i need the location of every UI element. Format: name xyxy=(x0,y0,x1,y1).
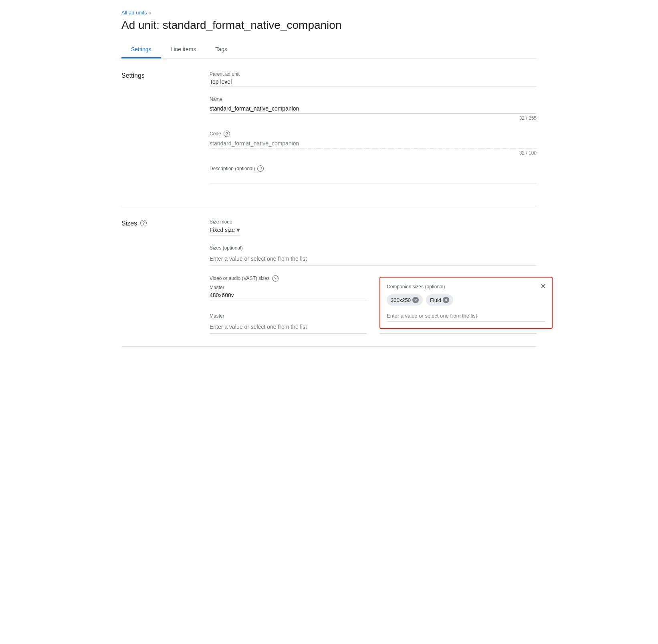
breadcrumb-chevron: › xyxy=(149,10,151,16)
sizes-section-label: Sizes ? xyxy=(121,219,210,334)
sizes-help-icon[interactable]: ? xyxy=(140,220,147,226)
breadcrumb: All ad units › xyxy=(121,10,537,16)
companion-popup-title: Companion sizes (optional) xyxy=(387,284,545,290)
code-label: Code ? xyxy=(210,131,537,137)
code-input[interactable] xyxy=(210,139,537,149)
size-mode-dropdown[interactable]: Fixed size ▾ xyxy=(210,226,240,235)
tab-tags[interactable]: Tags xyxy=(206,41,237,58)
vast-row: Master 480x600v Companion sizes (optiona… xyxy=(210,285,537,300)
vast-help-icon[interactable]: ? xyxy=(272,275,279,282)
chip-300x250: 300x250 ✕ xyxy=(387,294,423,306)
settings-content: Parent ad unit Top level Name 32 / 255 C… xyxy=(210,71,537,193)
popup-close-button[interactable]: ✕ xyxy=(537,281,549,292)
name-group: Name 32 / 255 xyxy=(210,97,537,121)
sizes-input[interactable] xyxy=(210,252,537,266)
sizes-field-label: Sizes (optional) xyxy=(210,245,537,251)
all-ad-units-link[interactable]: All ad units xyxy=(121,10,147,16)
sizes-content: Size mode Fixed size ▾ Sizes (optional) … xyxy=(210,219,537,334)
master-input-2[interactable] xyxy=(210,320,367,334)
parent-ad-unit-label: Parent ad unit xyxy=(210,71,537,77)
name-input[interactable] xyxy=(210,104,537,114)
vast-group: Video or audio (VAST) sizes ? Master 480… xyxy=(210,275,537,300)
master-label-2: Master xyxy=(210,313,367,319)
size-mode-value: Fixed size xyxy=(210,227,235,233)
name-char-count: 32 / 255 xyxy=(210,115,537,121)
code-group: Code ? 32 / 100 xyxy=(210,131,537,156)
chip-300x250-close[interactable]: ✕ xyxy=(412,297,419,303)
companion-popup: Companion sizes (optional) 300x250 ✕ Flu… xyxy=(379,277,553,329)
dropdown-arrow-icon: ▾ xyxy=(236,226,240,233)
description-group: Description (optional) ? xyxy=(210,165,537,183)
sizes-section: Sizes ? Size mode Fixed size ▾ Sizes (op… xyxy=(121,206,537,347)
code-help-icon[interactable]: ? xyxy=(224,131,230,137)
master-value: 480x600v xyxy=(210,292,367,300)
name-label: Name xyxy=(210,97,537,102)
description-label: Description (optional) ? xyxy=(210,165,537,172)
master-col-2: Master xyxy=(210,313,367,334)
parent-ad-unit-value: Top level xyxy=(210,78,537,87)
size-mode-label: Size mode xyxy=(210,219,537,225)
chip-fluid-close[interactable]: ✕ xyxy=(443,297,449,303)
companion-input[interactable] xyxy=(387,310,545,322)
chips-row: 300x250 ✕ Fluid ✕ xyxy=(387,294,545,306)
tab-line-items[interactable]: Line items xyxy=(161,41,206,58)
settings-section-label: Settings xyxy=(121,71,210,193)
settings-section: Settings Parent ad unit Top level Name 3… xyxy=(121,58,537,206)
description-input[interactable] xyxy=(210,173,537,183)
size-mode-group: Size mode Fixed size ▾ xyxy=(210,219,537,235)
sizes-field-group: Sizes (optional) xyxy=(210,245,537,266)
chip-fluid: Fluid ✕ xyxy=(426,294,453,306)
description-help-icon[interactable]: ? xyxy=(257,165,264,172)
tabs-container: Settings Line items Tags xyxy=(121,41,537,58)
parent-ad-unit-group: Parent ad unit Top level xyxy=(210,71,537,87)
chip-fluid-label: Fluid xyxy=(430,297,441,303)
companion-col: Companion sizes (optional) 300x250 ✕ Flu… xyxy=(379,285,537,300)
chip-300x250-label: 300x250 xyxy=(391,297,411,303)
master-col: Master 480x600v xyxy=(210,285,367,300)
code-char-count: 32 / 100 xyxy=(210,150,537,156)
tab-settings[interactable]: Settings xyxy=(121,41,161,58)
master-label: Master xyxy=(210,285,367,290)
page-title: Ad unit: standard_format_native_companio… xyxy=(121,19,537,32)
